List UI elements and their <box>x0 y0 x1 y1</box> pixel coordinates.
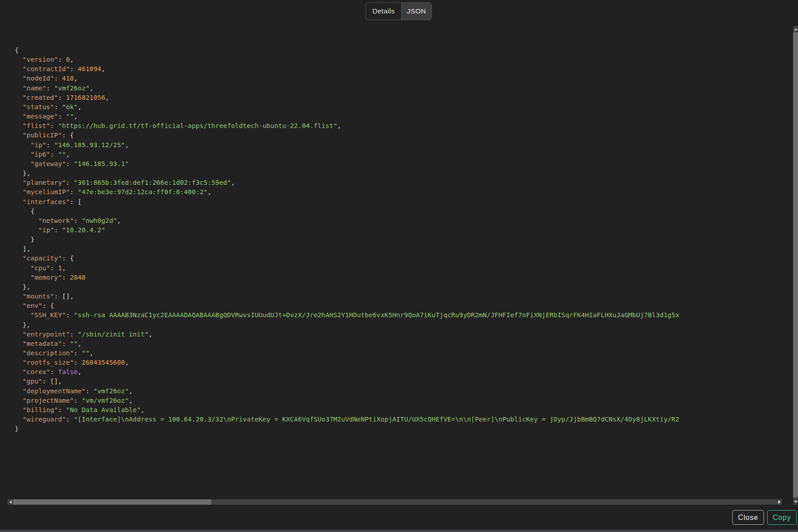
code-line: "nodeId": 418, <box>15 73 790 83</box>
code-token: "[Interface]\nAddress = 100.64.20.3/32\n… <box>74 415 679 423</box>
code-line: "contractId": 461094, <box>15 64 790 73</box>
code-token: : { <box>62 131 73 139</box>
code-line: "billing": "No Data Available", <box>15 405 790 414</box>
code-line: "myceliumIP": "47e:be3e:97d2:12ca:ff0f:0… <box>15 187 790 196</box>
code-token: "vmf26oz" <box>54 84 90 92</box>
code-token: , <box>78 368 82 375</box>
code-token: "cpu" <box>15 264 50 272</box>
code-line: "status": "ok", <box>15 102 790 111</box>
code-token: 26843545600 <box>81 358 125 366</box>
code-token: , <box>125 358 129 366</box>
code-token: , <box>74 112 78 120</box>
code-token: ], <box>15 245 30 252</box>
code-token: , <box>62 264 66 272</box>
code-token: , <box>125 141 129 149</box>
code-token: : { <box>62 254 73 262</box>
code-token: "nodeId" <box>15 74 54 82</box>
code-token: "nwh0g2d" <box>81 217 117 224</box>
horizontal-scrollbar-thumb[interactable] <box>13 499 211 505</box>
code-token: , <box>66 150 70 158</box>
code-line: "ip6": "", <box>15 149 790 159</box>
code-line: "corex": false, <box>15 367 790 376</box>
code-token: : <box>54 74 62 82</box>
code-token: "" <box>70 340 78 347</box>
code-token: "10.20.4.2" <box>62 226 105 234</box>
code-line: "name": "vmf26oz", <box>15 83 790 93</box>
code-token: : [], <box>43 377 62 385</box>
code-token: 461094 <box>78 65 102 72</box>
json-details-modal: Details JSON { "version": 0, "contractId… <box>0 0 798 532</box>
code-token: "memory" <box>15 273 62 281</box>
vertical-scrollbar-thumb[interactable] <box>793 32 798 498</box>
code-token: : <box>70 330 78 338</box>
code-line: "mounts": [], <box>15 291 790 301</box>
code-line: "SSH_KEY": "ssh-rsa AAAAB3NzaC1yc2EAAAAD… <box>15 310 790 319</box>
code-token: , <box>231 179 235 186</box>
code-token: , <box>105 94 109 101</box>
code-token: : <box>62 273 70 281</box>
code-token: "gpu" <box>15 377 43 385</box>
code-token: : { <box>43 302 54 309</box>
code-line: } <box>15 234 790 244</box>
close-button[interactable]: Close <box>732 510 764 525</box>
code-token: "metadata" <box>15 340 62 347</box>
code-token: "SSH_KEY" <box>15 311 66 319</box>
code-token: : <box>54 103 62 111</box>
code-token: , <box>129 396 133 404</box>
code-line: "rootfs_size": 26843545600, <box>15 358 790 367</box>
code-line: "flist": "https://hub.grid.tf/tf-officia… <box>15 121 790 130</box>
code-line: "message": "", <box>15 111 790 121</box>
code-token: { <box>15 46 19 54</box>
code-token: "billing" <box>15 406 58 413</box>
code-line: "deploymentName": "vmf26oz", <box>15 386 790 396</box>
scroll-left-arrow-icon[interactable] <box>8 499 13 505</box>
code-token: "projectName" <box>15 396 74 404</box>
json-code-viewport[interactable]: { "version": 0, "contractId": 461094, "n… <box>0 26 790 505</box>
code-token: , <box>90 84 94 92</box>
code-token: "wireguard" <box>15 415 66 423</box>
tab-details[interactable]: Details <box>366 3 401 20</box>
code-line: "planetary": "301:865b:3fed:def1:266e:1d… <box>15 178 790 187</box>
code-line: "wireguard": "[Interface]\nAddress = 100… <box>15 414 790 424</box>
code-token: "mounts" <box>15 292 54 300</box>
code-token: "deploymentName" <box>15 387 85 395</box>
code-token: , <box>78 103 82 111</box>
code-token: "ok" <box>62 103 77 111</box>
background-page-edge <box>0 530 798 532</box>
code-line: "memory": 2048 <box>15 272 790 282</box>
code-token: "status" <box>15 103 54 111</box>
code-token: : <box>74 217 82 224</box>
code-token: : <box>66 415 74 423</box>
code-token: "ssh-rsa AAAAB3NzaC1yc2EAAAADAQABAAABgQD… <box>74 311 679 319</box>
code-token: , <box>78 340 82 347</box>
copy-button[interactable]: Copy <box>767 510 797 525</box>
code-token: "ip" <box>15 226 54 234</box>
code-token: "" <box>58 150 66 158</box>
code-token: "rootfs_size" <box>15 358 74 366</box>
scroll-down-arrow-icon[interactable] <box>793 498 798 505</box>
code-token: "146.185.93.12/25" <box>54 141 125 149</box>
tab-json[interactable]: JSON <box>401 3 431 20</box>
code-token: false <box>58 368 78 375</box>
code-token: : <box>74 396 82 404</box>
scroll-right-arrow-icon[interactable] <box>777 499 782 505</box>
code-token: : <box>74 358 82 366</box>
view-toggle: Details JSON <box>366 2 432 20</box>
code-token: , <box>117 217 121 224</box>
code-token: , <box>70 55 74 63</box>
vertical-scrollbar[interactable] <box>793 26 798 505</box>
code-token: , <box>90 349 94 357</box>
code-line: ], <box>15 244 790 253</box>
code-token: , <box>74 74 78 82</box>
code-token: "name" <box>15 84 46 92</box>
code-token: { <box>15 207 34 215</box>
code-token: "ip6" <box>15 150 50 158</box>
horizontal-scrollbar[interactable] <box>8 499 782 505</box>
scroll-up-arrow-icon[interactable] <box>793 26 798 32</box>
code-token: , <box>337 122 341 129</box>
code-token: : <box>58 406 66 413</box>
code-token: : <box>50 264 58 272</box>
code-token: "146.185.93.1" <box>74 160 129 167</box>
code-token: "interfaces" <box>15 198 70 205</box>
code-token: : <box>74 349 82 357</box>
